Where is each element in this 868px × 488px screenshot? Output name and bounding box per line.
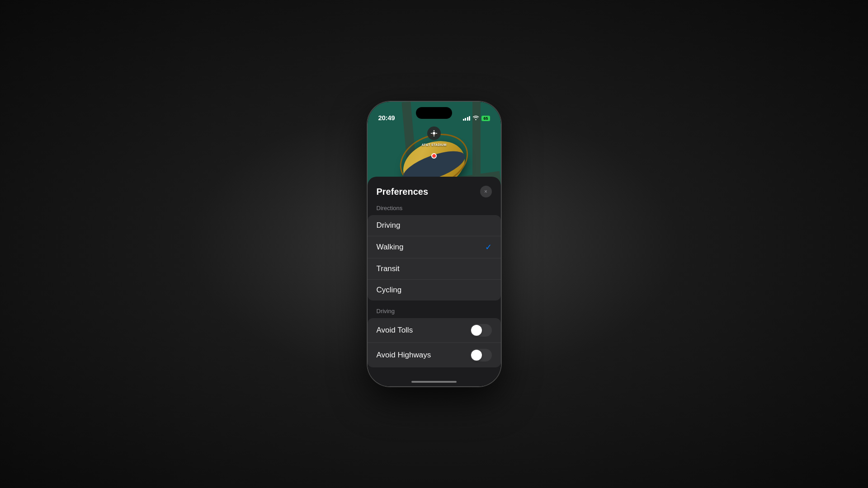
signal-bar-1	[463, 119, 464, 121]
driving-section-label: Driving	[368, 308, 501, 318]
option-transit-label: Transit	[377, 264, 400, 273]
battery-level: 65	[483, 116, 488, 121]
option-driving-label: Driving	[377, 221, 401, 230]
avoid-tolls-label: Avoid Tolls	[377, 326, 413, 335]
sheet-header: Preferences ×	[368, 186, 501, 205]
signal-bar-3	[467, 117, 468, 121]
status-time: 20:49	[378, 114, 395, 122]
option-walking[interactable]: Walking ✓	[368, 236, 501, 258]
status-icons: 65	[463, 115, 490, 122]
home-indicator	[411, 381, 457, 383]
avoid-tolls-row: Avoid Tolls	[368, 318, 501, 343]
close-icon: ×	[484, 188, 487, 195]
dynamic-island	[416, 107, 452, 119]
walking-checkmark-icon: ✓	[485, 242, 492, 252]
wifi-icon	[472, 115, 479, 122]
driving-section: Driving Avoid Tolls Avoid Highways	[368, 301, 501, 367]
option-cycling[interactable]: Cycling	[368, 280, 501, 300]
svg-point-0	[433, 132, 435, 135]
signal-bar-4	[469, 116, 470, 121]
option-cycling-label: Cycling	[377, 286, 402, 295]
signal-bars-icon	[463, 116, 471, 121]
map-pin	[431, 153, 437, 159]
stadium-label: AT&T STADIUM	[421, 143, 446, 146]
directions-options-list: Driving Walking ✓ Transit Cycling	[368, 215, 501, 300]
phone-shell: 20:49 65	[368, 102, 501, 386]
option-walking-label: Walking	[377, 243, 404, 252]
option-driving[interactable]: Driving	[368, 215, 501, 236]
close-button[interactable]: ×	[480, 186, 492, 197]
driving-toggles-list: Avoid Tolls Avoid Highways	[368, 318, 501, 367]
signal-bar-2	[465, 118, 466, 121]
preferences-sheet: Preferences × Directions Driving Walking…	[368, 177, 501, 386]
avoid-highways-toggle-thumb	[471, 350, 482, 361]
battery-icon: 65	[481, 116, 490, 121]
avoid-tolls-toggle[interactable]	[470, 324, 492, 337]
directions-section-label: Directions	[368, 205, 501, 215]
sheet-title: Preferences	[377, 187, 429, 197]
avoid-tolls-toggle-thumb	[471, 325, 482, 336]
avoid-highways-row: Avoid Highways	[368, 343, 501, 367]
location-button[interactable]	[427, 127, 441, 140]
avoid-highways-label: Avoid Highways	[377, 351, 431, 360]
avoid-highways-toggle[interactable]	[470, 349, 492, 361]
option-transit[interactable]: Transit	[368, 258, 501, 280]
